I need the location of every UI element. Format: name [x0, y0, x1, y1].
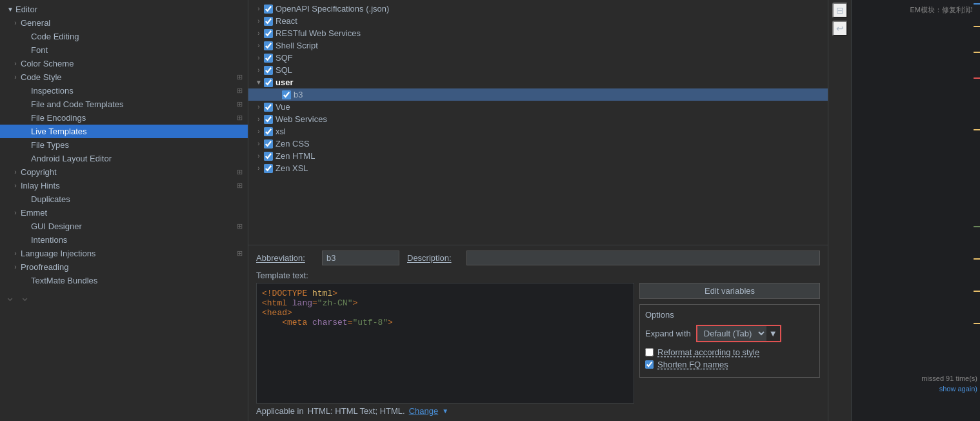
- sidebar-item-code-editing[interactable]: › Code Editing: [0, 30, 248, 43]
- tree-checkbox-b3[interactable]: [282, 90, 291, 99]
- tree-checkbox-vue[interactable]: [264, 103, 273, 112]
- options-title: Options: [645, 310, 814, 320]
- tree-checkbox-user[interactable]: [264, 78, 273, 87]
- sidebar-item-general[interactable]: › General: [0, 16, 248, 30]
- sidebar-item-emmet[interactable]: › Emmet: [0, 206, 248, 220]
- sidebar-item-code-style[interactable]: › Code Style ⊞: [0, 70, 248, 84]
- show-again-link[interactable]: show again): [939, 385, 977, 393]
- tree-checkbox-sql[interactable]: [264, 66, 273, 75]
- edit-variables-button[interactable]: Edit variables: [639, 283, 820, 299]
- tree-item-openapi[interactable]: › OpenAPI Specifications (.json): [248, 3, 828, 15]
- sidebar-item-inspections[interactable]: › Inspections ⊞: [0, 84, 248, 98]
- tree-item-xsl[interactable]: › xsl: [248, 125, 828, 138]
- tree-item-sqf[interactable]: › SQF: [248, 52, 828, 64]
- scroll-icon-2[interactable]: ⌄: [20, 290, 30, 304]
- sidebar-item-label: Emmet: [21, 208, 243, 218]
- scroll-marker: [974, 77, 980, 79]
- tree-item-zen-html[interactable]: › Zen HTML: [248, 150, 828, 162]
- chevron-icon: ›: [254, 165, 264, 172]
- sidebar-item-intentions[interactable]: › Intentions: [0, 233, 248, 247]
- tree-checkbox-web-services[interactable]: [264, 115, 273, 124]
- tree-checkbox-zen-css[interactable]: [264, 139, 273, 149]
- chevron-icon: ›: [10, 209, 21, 216]
- sidebar-item-live-templates[interactable]: › Live Templates: [0, 125, 248, 138]
- sidebar-item-label: Live Templates: [31, 127, 243, 136]
- sidebar-item-color-scheme[interactable]: › Color Scheme: [0, 57, 248, 70]
- tree-checkbox-zen-html[interactable]: [264, 152, 273, 161]
- tree-item-user[interactable]: ▼ user: [248, 76, 828, 88]
- tree-checkbox-zen-xsl[interactable]: [264, 164, 273, 173]
- settings-icon: ⊞: [237, 249, 243, 258]
- copy-button[interactable]: ⊟: [832, 3, 848, 18]
- sidebar-item-label: Editor: [15, 5, 243, 14]
- sidebar-item-label: File Encodings: [31, 113, 234, 123]
- sidebar-item-duplicates[interactable]: › Duplicates: [0, 192, 248, 206]
- code-editor[interactable]: <!DOCTYPE html> <html lang="zh-CN"> <hea…: [256, 283, 634, 404]
- description-input[interactable]: [466, 251, 820, 265]
- abbreviation-input[interactable]: [322, 251, 399, 265]
- right-panel: Edit variables Options Expand with Defau…: [639, 283, 820, 404]
- applicable-label: Applicable in: [256, 406, 304, 416]
- sidebar-item-gui-designer[interactable]: › GUI Designer ⊞: [0, 220, 248, 233]
- sidebar-item-file-code-templates[interactable]: › File and Code Templates ⊞: [0, 98, 248, 111]
- sidebar-item-file-encodings[interactable]: › File Encodings ⊞: [0, 111, 248, 125]
- tree-checkbox-sqf[interactable]: [264, 54, 273, 63]
- tree-checkbox-openapi[interactable]: [264, 5, 273, 14]
- far-right-text: EM模块：修复利润率: [910, 5, 978, 15]
- chevron-icon: ›: [254, 103, 264, 110]
- tree-item-zen-css[interactable]: › Zen CSS: [248, 138, 828, 150]
- tree-item-zen-xsl[interactable]: › Zen XSL: [248, 162, 828, 174]
- options-box: Options Expand with Default (Tab) Tab En…: [639, 304, 820, 378]
- tree-item-web-services[interactable]: › Web Services: [248, 113, 828, 125]
- scroll-down-icon[interactable]: ⌄: [5, 290, 15, 304]
- undo-button[interactable]: ↩: [832, 21, 848, 36]
- tree-checkbox-shell[interactable]: [264, 41, 273, 50]
- chevron-icon: ›: [254, 116, 264, 123]
- tree-label: Zen CSS: [275, 139, 310, 149]
- sidebar-item-label: Proofreading: [21, 262, 243, 272]
- sidebar-item-label: Inlay Hints: [21, 181, 234, 190]
- sidebar-item-android-layout-editor[interactable]: › Android Layout Editor: [0, 152, 248, 165]
- template-text-area: <!DOCTYPE html> <html lang="zh-CN"> <hea…: [256, 283, 820, 404]
- settings-sidebar: ▼ Editor › General › Code Editing › Font…: [0, 0, 248, 421]
- sidebar-item-file-types[interactable]: › File Types: [0, 138, 248, 152]
- chevron-icon: ›: [10, 182, 21, 189]
- tree-item-sql[interactable]: › SQL: [248, 64, 828, 76]
- bottom-scroll-area: ⌄ ⌄: [0, 287, 248, 307]
- sidebar-item-label: Code Editing: [31, 32, 243, 41]
- right-toolbar: ⊟ ↩: [828, 0, 851, 421]
- sidebar-item-label: General: [21, 18, 243, 28]
- expand-with-select[interactable]: Default (Tab) Tab Enter Space: [697, 326, 766, 341]
- sidebar-item-editor[interactable]: ▼ Editor: [0, 3, 248, 16]
- scroll-marker: [974, 129, 980, 130]
- sidebar-item-proofreading[interactable]: › Proofreading: [0, 260, 248, 274]
- tree-item-react[interactable]: › React: [248, 15, 828, 27]
- expand-select-wrapper: Default (Tab) Tab Enter Space ▼: [696, 325, 781, 342]
- sidebar-item-font[interactable]: › Font: [0, 43, 248, 57]
- tree-item-b3[interactable]: › b3: [248, 88, 828, 101]
- tree-label: SQL: [275, 65, 292, 75]
- tree-checkbox-xsl[interactable]: [264, 127, 273, 136]
- settings-icon: ⊞: [237, 87, 243, 95]
- tree-checkbox-restful[interactable]: [264, 29, 273, 38]
- tree-item-shell[interactable]: › Shell Script: [248, 39, 828, 52]
- chevron-icon: ›: [10, 250, 21, 257]
- scroll-marker: [974, 226, 980, 227]
- sidebar-item-inlay-hints[interactable]: › Inlay Hints ⊞: [0, 179, 248, 192]
- shorten-checkbox[interactable]: [645, 360, 654, 369]
- settings-icon: ⊞: [237, 222, 243, 231]
- tree-label: Zen XSL: [275, 163, 308, 173]
- change-link[interactable]: Change: [409, 406, 439, 416]
- sidebar-item-copyright[interactable]: › Copyright ⊞: [0, 165, 248, 179]
- tree-item-restful[interactable]: › RESTful Web Services: [248, 27, 828, 39]
- sidebar-item-textmate-bundles[interactable]: › TextMate Bundles: [0, 274, 248, 287]
- sidebar-item-language-injections[interactable]: › Language Injections ⊞: [0, 247, 248, 260]
- reformat-checkbox[interactable]: [645, 348, 654, 356]
- sidebar-item-label: File Types: [31, 140, 243, 150]
- chevron-icon: ›: [10, 169, 21, 176]
- tree-item-vue[interactable]: › Vue: [248, 101, 828, 113]
- undo-icon: ↩: [836, 23, 844, 34]
- sidebar-item-label: Intentions: [31, 235, 243, 245]
- chevron-icon: ›: [10, 74, 21, 81]
- tree-checkbox-react[interactable]: [264, 17, 273, 26]
